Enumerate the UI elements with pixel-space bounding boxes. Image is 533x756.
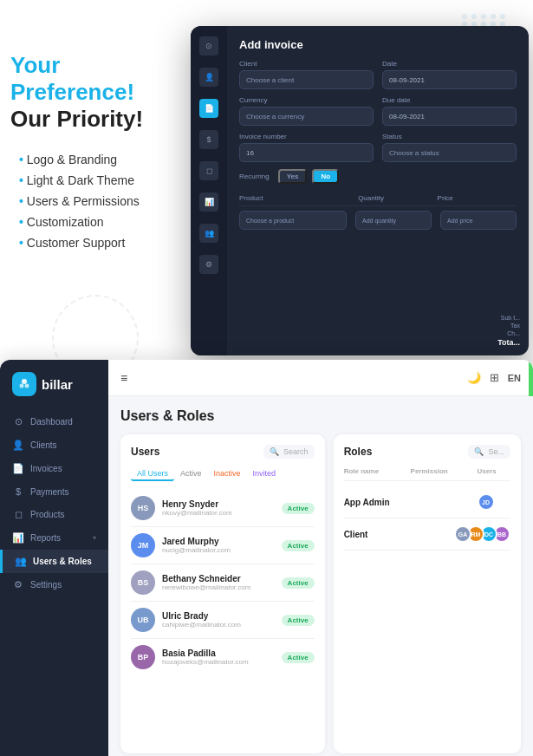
logo: billar [0, 372, 108, 410]
due-date-input[interactable]: 08-09-2021 [382, 107, 517, 126]
role-name: App Admin [344, 498, 411, 507]
dashboard-content: Users & Roles Users 🔍 Search All UsersAc… [108, 396, 533, 756]
sidebar-item-payments[interactable]: $ Payments [0, 480, 108, 503]
svg-point-0 [22, 379, 27, 384]
users-roles-layout: Users 🔍 Search All UsersActiveInactiveIn… [120, 434, 521, 753]
sidebar-item-dashboard[interactable]: ⊙ Dashboard [0, 410, 108, 433]
user-name: Bethany Schneider [162, 574, 275, 583]
hero-section: Your Preference! Our Priority! Logo & Br… [0, 52, 182, 257]
client-select[interactable]: Choose a client [239, 70, 374, 89]
list-item[interactable]: Client GARMDCBB [344, 518, 510, 551]
sidebar-item-settings[interactable]: ⚙ Settings [0, 573, 108, 596]
user-name: Jared Murphy [162, 537, 275, 546]
topbar: ≡ 🌙 ⊞ EN [108, 360, 533, 396]
user-info: Bethany Schneider nerewibowe@mailinator.… [162, 574, 275, 591]
sidebar-item-users[interactable]: 👥 Users & Roles [0, 550, 108, 573]
hamburger-icon[interactable]: ≡ [120, 371, 127, 385]
grid-icon[interactable]: ⊞ [490, 371, 499, 384]
nav-icon-dashboard: ⊙ [12, 416, 24, 427]
nav-icon-settings: ⚙ [12, 579, 24, 590]
sidebar-item-reports[interactable]: 📊 Reports ▾ [0, 526, 108, 550]
role-user-avatar: JD [478, 493, 495, 511]
hero-line1: Your Preference! [10, 52, 172, 106]
feature-item: Customization [10, 215, 172, 229]
sidebar-icon-settings: ⚙ [199, 255, 218, 274]
sidebar-icon-payments: $ [199, 130, 218, 149]
user-info: Jared Murphy nucig@mailinator.com [162, 537, 275, 554]
role-user-avatar: GA [454, 525, 471, 543]
roles-table-header: Role name Permission Users [344, 467, 510, 481]
nav-label-users: Users & Roles [33, 557, 92, 566]
roles-search-placeholder: Se... [488, 447, 504, 456]
user-name: Ulric Brady [162, 611, 275, 621]
table-row[interactable]: BS Bethany Schneider nerewibowe@mailinat… [131, 564, 315, 602]
date-input[interactable]: 08-09-2021 [382, 70, 517, 89]
avatar: JM [131, 533, 155, 557]
topbar-accent-bar [529, 360, 533, 396]
list-item[interactable]: App Admin JD [344, 486, 510, 518]
hero-line2: Our Priority! [10, 106, 172, 133]
dashboard-main: ≡ 🌙 ⊞ EN Users & Roles Users 🔍 Search [108, 360, 533, 756]
sidebar-item-clients[interactable]: 👤 Clients [0, 433, 108, 457]
page-title: Users & Roles [120, 408, 521, 424]
nav-icon-users: 👥 [15, 556, 27, 567]
filter-tabs: All UsersActiveInactiveInvited [131, 467, 315, 481]
search-icon: 🔍 [270, 447, 279, 456]
roles-panel: Roles 🔍 Se... Role name Permission Users… [334, 434, 521, 753]
language-selector[interactable]: EN [508, 373, 521, 383]
table-row[interactable]: HS Henry Snyder nkuvy@mailinator.com Act… [131, 490, 315, 527]
table-row[interactable]: UB Ulric Brady cahipiwe@mailinator.com A… [131, 602, 315, 639]
price-input[interactable]: Add price [440, 211, 517, 230]
status-select[interactable]: Choose a status [382, 143, 517, 162]
feature-item: Customer Support [10, 236, 172, 250]
nav-label-dashboard: Dashboard [30, 417, 73, 427]
feature-item: Users & Permissions [10, 194, 172, 208]
roles-search[interactable]: 🔍 Se... [468, 445, 510, 459]
recurring-no-button[interactable]: No [312, 169, 339, 184]
roles-panel-title: Roles [344, 446, 373, 458]
dashboard-panel: billar ⊙ Dashboard 👤 Clients 📄 Invoices … [0, 360, 533, 756]
sidebar-item-products[interactable]: ◻ Products [0, 503, 108, 526]
features-list: Logo & BrandingLight & Dark ThemeUsers &… [10, 153, 172, 250]
recurring-yes-button[interactable]: Yes [278, 169, 308, 184]
role-name: Client [344, 530, 400, 539]
table-row[interactable]: BP Basia Padilla hozajoveks@mailinator.c… [131, 639, 315, 675]
search-icon-roles: 🔍 [474, 447, 484, 456]
users-search[interactable]: 🔍 Search [263, 445, 315, 459]
user-name: Basia Padilla [162, 648, 275, 658]
users-panel-title: Users [131, 446, 159, 458]
filter-tab-all-users[interactable]: All Users [131, 467, 174, 481]
dashboard-sidebar: billar ⊙ Dashboard 👤 Clients 📄 Invoices … [0, 360, 108, 756]
logo-text: billar [42, 377, 73, 392]
role-users: JD [478, 493, 510, 511]
user-email: nkuvy@mailinator.com [162, 509, 275, 517]
sidebar-item-invoices[interactable]: 📄 Invoices [0, 457, 108, 480]
dark-mode-toggle[interactable]: 🌙 [467, 371, 481, 384]
quantity-input[interactable]: Add quantity [355, 211, 432, 230]
role-users: GARMDCBB [454, 525, 510, 543]
svg-point-2 [25, 384, 29, 388]
user-list: HS Henry Snyder nkuvy@mailinator.com Act… [131, 490, 315, 675]
feature-item: Light & Dark Theme [10, 173, 172, 187]
currency-select[interactable]: Choose a currency [239, 107, 374, 126]
user-email: nucig@mailinator.com [162, 546, 275, 554]
filter-tab-inactive[interactable]: Inactive [208, 467, 247, 481]
filter-tab-invited[interactable]: Invited [247, 467, 283, 481]
avatar: HS [131, 496, 155, 520]
product-select[interactable]: Choose a product [239, 211, 347, 230]
filter-tab-active[interactable]: Active [174, 467, 208, 481]
user-email: cahipiwe@mailinator.com [162, 621, 275, 629]
table-row[interactable]: JM Jared Murphy nucig@mailinator.com Act… [131, 527, 315, 564]
avatar: BP [131, 645, 155, 669]
nav-label-clients: Clients [30, 440, 57, 450]
invoice-form: Add invoice Client Choose a client Date … [227, 26, 529, 355]
nav-arrow-reports: ▾ [93, 534, 96, 542]
invoice-number-input[interactable]: 16 [239, 143, 374, 162]
invoice-modal-title: Add invoice [239, 38, 517, 51]
avatar: BS [131, 570, 155, 595]
status-badge: Active [282, 503, 315, 514]
status-badge: Active [282, 615, 315, 626]
product-table-header: Product Quantity Price [239, 191, 517, 206]
status-badge: Active [282, 652, 315, 663]
status-badge: Active [282, 540, 315, 551]
